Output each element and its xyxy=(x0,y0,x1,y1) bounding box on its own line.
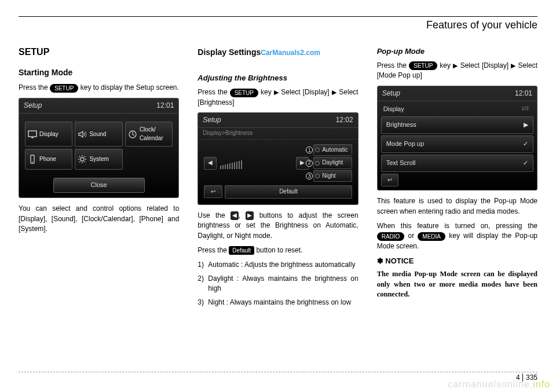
paragraph: This feature is used to display the Pop-… xyxy=(377,196,537,217)
paragraph: You can select and control options relat… xyxy=(19,204,179,234)
label: Daylight xyxy=(322,159,343,167)
arrow-icon: ▶ xyxy=(511,62,516,69)
list-item: 3)Night : Always maintains the brightnes… xyxy=(197,298,358,307)
display-icon xyxy=(28,130,37,139)
screen-breadcrumb: Display>Brightness xyxy=(198,128,357,140)
text: , xyxy=(239,211,246,219)
default-button: Default xyxy=(225,185,352,199)
text: carmanualsonline. xyxy=(448,379,533,389)
subheading-starting-mode: Starting Mode xyxy=(19,67,179,78)
menu-item-display: Display xyxy=(25,122,72,146)
menu-item-system: System xyxy=(75,149,122,170)
screen-subheading: Display xyxy=(383,105,404,114)
text: key xyxy=(261,88,272,96)
label: Clock/ Calendar xyxy=(140,126,163,142)
arrow-icon: ▶ xyxy=(332,89,337,96)
screenshot-setup-menu: Setup 12:01 Display Sound Clock/ Calend xyxy=(19,98,179,198)
sound-icon xyxy=(78,130,87,139)
num: 1) xyxy=(197,260,208,270)
row-mode-popup: Mode Pop up ✓ xyxy=(381,135,533,153)
paragraph: Press the SETUP key ▶ Select [Display] ▶… xyxy=(377,61,537,81)
chevron-right-icon: ▶ xyxy=(524,120,528,130)
paragraph: Use the ◀, ▶ buttons to adjust the scree… xyxy=(197,211,358,241)
default-key-label: Default xyxy=(229,246,254,255)
num: 2) xyxy=(197,274,208,294)
back-button: ↩ xyxy=(381,174,398,187)
text: Select [Display] xyxy=(281,88,329,96)
label: Mode Pop up xyxy=(386,140,424,149)
option-night: 3 Night xyxy=(313,170,352,182)
paragraph: Press the SETUP key ▶ Select [Display] ▶… xyxy=(197,87,358,108)
text: info xyxy=(533,379,550,389)
clock-icon xyxy=(128,130,137,139)
check-icon: ✓ xyxy=(523,140,528,149)
screen-time: 12:02 xyxy=(336,115,353,125)
label: Sound xyxy=(89,130,106,139)
gear-icon xyxy=(78,155,87,164)
screenshot-brightness: Setup 12:02 Display>Brightness ◀ ▶ xyxy=(197,112,358,205)
row-brightness: Brightness ▶ xyxy=(381,116,533,134)
callout-1: 1 xyxy=(306,146,313,153)
screenshot-display-list: Setup 12:01 Display 1/2 Brightness ▶ Mod… xyxy=(377,86,537,191)
text: Select [Display] xyxy=(460,61,509,69)
text: Display Settings xyxy=(197,47,261,57)
screen-title: Setup xyxy=(24,101,42,111)
option-daylight: 2 Daylight xyxy=(313,157,352,169)
menu-item-sound: Sound xyxy=(75,122,122,146)
brightness-ticks xyxy=(219,157,294,169)
label: Night xyxy=(322,172,335,181)
decrease-button: ◀ xyxy=(204,157,217,170)
svg-rect-0 xyxy=(28,131,36,137)
media-key-label: MEDIA xyxy=(418,232,445,241)
back-button: ↩ xyxy=(204,185,222,198)
subheading-display-settings: Display SettingsCarManuals2.com xyxy=(197,46,358,58)
label: System xyxy=(89,155,108,164)
text: or xyxy=(408,232,418,240)
num: 3) xyxy=(197,298,208,307)
list-item: 1)Automatic : Adjusts the brightness aut… xyxy=(197,260,358,270)
screen-time: 12:01 xyxy=(515,89,532,98)
subheading-popup-mode: Pop-up Mode xyxy=(377,46,537,57)
subheading-adjusting-brightness: Adjusting the Brightness xyxy=(197,73,358,84)
text: Automatic : Adjusts the brightness autom… xyxy=(208,260,358,270)
text: Press the xyxy=(377,61,409,69)
setup-key-label: SETUP xyxy=(230,89,258,97)
svg-rect-4 xyxy=(32,162,33,162)
list-item: 2)Daylight : Always maintains the bright… xyxy=(197,274,358,294)
text: key xyxy=(440,61,451,69)
text: key to display the Setup screen. xyxy=(81,83,179,91)
watermark-bottom: carmanualsonline.info xyxy=(448,379,550,390)
label: Brightness xyxy=(386,120,416,130)
row-text-scroll: Text Scroll ✓ xyxy=(381,155,533,172)
paragraph: Press the SETUP key to display the Setup… xyxy=(19,83,179,93)
text: When this feature is turned on, pressing… xyxy=(377,222,537,230)
text: Press the xyxy=(197,246,229,254)
screen-time: 12:01 xyxy=(156,101,174,111)
phone-icon xyxy=(28,155,37,164)
text: Press the xyxy=(197,88,229,96)
screen-title: Setup xyxy=(203,115,221,125)
column-2: Display SettingsCarManuals2.com Adjustin… xyxy=(197,45,358,311)
notice-heading: ✽ NOTICE xyxy=(377,256,537,267)
setup-key-label: SETUP xyxy=(50,84,78,93)
arrow-icon: ▶ xyxy=(274,89,279,96)
arrow-icon: ▶ xyxy=(453,62,458,69)
radio-key-label: RADIO xyxy=(377,232,405,241)
text: Press the xyxy=(19,83,50,91)
label: Automatic xyxy=(322,146,348,155)
menu-item-clock-calendar: Clock/ Calendar xyxy=(125,122,173,146)
check-icon: ✓ xyxy=(523,159,528,168)
column-3: Pop-up Mode Press the SETUP key ▶ Select… xyxy=(377,45,537,311)
numbered-list: 1)Automatic : Adjusts the brightness aut… xyxy=(197,260,358,307)
page-indicator: 1/2 xyxy=(521,105,531,114)
text: button to reset. xyxy=(256,246,302,254)
callout-3: 3 xyxy=(306,173,313,179)
setup-key-label: SETUP xyxy=(409,61,437,70)
label: Text Scroll xyxy=(386,159,416,168)
label: Phone xyxy=(39,155,56,164)
svg-point-5 xyxy=(81,157,84,161)
section-heading-setup: SETUP xyxy=(19,45,179,58)
page-header: Features of your vehicle xyxy=(19,19,537,31)
paragraph: Press the Default button to reset. xyxy=(197,246,358,255)
paragraph: When this feature is turned on, pressing… xyxy=(377,221,537,251)
